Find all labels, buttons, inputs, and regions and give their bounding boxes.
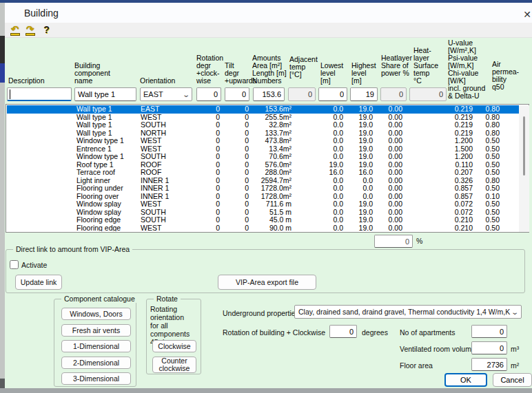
apartments-input[interactable] xyxy=(471,325,507,338)
percent-field xyxy=(374,235,413,248)
orientation-select[interactable]: EAST ⌄ xyxy=(140,87,192,101)
rotate-group: Rotate Rotating orientation for all comp… xyxy=(146,299,201,374)
vip-area-export-button[interactable]: VIP-Area export file xyxy=(218,275,316,290)
table-cell: 0 xyxy=(186,177,220,185)
highest-level-input[interactable] xyxy=(350,87,378,101)
tilt-input[interactable] xyxy=(225,87,249,101)
clockwise-button[interactable]: Clockwise xyxy=(152,340,196,352)
table-row[interactable]: Flooring underINNER 1001728.0m²0.00.00.0… xyxy=(7,184,519,193)
chevron-down-icon: ⌄ xyxy=(511,308,519,316)
rotation-input[interactable] xyxy=(196,87,221,101)
table-cell: 0.857 xyxy=(431,184,473,193)
table-cell: 0.80 xyxy=(469,121,500,129)
floor-area-input[interactable] xyxy=(471,358,507,371)
table-cell: 0.0 xyxy=(310,216,343,224)
table-cell: 0.0 xyxy=(310,121,343,129)
floor-area-label: Floor area xyxy=(400,361,433,370)
building-rotation-input[interactable] xyxy=(329,325,357,338)
table-cell: 288.0m² xyxy=(241,169,291,177)
col-header-tilt: Tilt degr +upwards xyxy=(225,62,256,85)
table-cell: 0 xyxy=(186,121,220,129)
three-dimensional-button[interactable]: 3-Dimensional xyxy=(61,372,131,385)
table-cell: 0.50 xyxy=(469,200,500,209)
table-cell: 0.00 xyxy=(369,105,402,114)
component-catalogue-group: Component catalogue Windows, Doors Fresh… xyxy=(54,299,136,387)
close-icon[interactable]: ✕ xyxy=(520,8,532,21)
table-cell: 1728.0m² xyxy=(241,184,291,193)
table-cell: 0.00 xyxy=(369,200,402,209)
description-input[interactable] xyxy=(7,87,72,101)
table-cell: 0.00 xyxy=(369,137,402,145)
component-catalogue-title: Component catalogue xyxy=(61,295,138,303)
building-dialog: Building ✕ ↶ ↷ ? Description Building co… xyxy=(0,0,532,393)
ventilated-volume-input[interactable] xyxy=(471,341,507,354)
table-cell: 19.0 xyxy=(340,121,373,129)
component-table[interactable]: Wall type 1EAST00153.6m²0.019.00.000.219… xyxy=(6,104,529,233)
activate-checkbox[interactable] xyxy=(10,260,19,269)
table-cell: 0 xyxy=(186,224,220,232)
table-row[interactable]: Wall type 1EAST00153.6m²0.019.00.000.219… xyxy=(7,105,519,114)
table-cell: 90.0 m xyxy=(241,224,291,232)
fresh-air-vents-button[interactable]: Fresh air vents xyxy=(61,324,131,337)
table-cell: Wall type 1 xyxy=(76,121,139,129)
table-cell: Window splay xyxy=(76,200,139,209)
table-row[interactable]: Window type 1WEST00473.8m²0.019.00.001.2… xyxy=(7,137,519,145)
table-cell: 0 xyxy=(186,114,220,122)
table-cell: 0 xyxy=(186,153,220,161)
table-cell: 0.0 xyxy=(310,105,343,114)
table-cell: 0.50 xyxy=(469,184,500,193)
table-cell: 0.0 xyxy=(310,200,343,209)
table-row[interactable]: Terrace roofROOF00288.0m²16.016.00.000.2… xyxy=(7,169,519,177)
table-cell: 0.207 xyxy=(431,169,473,177)
table-row[interactable]: Window splayWEST00711.6 m0.019.00.000.07… xyxy=(7,200,519,209)
table-cell: 0.0 xyxy=(310,153,343,161)
degrees-unit-label: degrees xyxy=(362,328,388,337)
previous-arrow-icon[interactable]: ↶ xyxy=(9,24,21,36)
orientation-value: EAST xyxy=(143,90,163,98)
heatlayer-surface-input xyxy=(409,87,447,101)
windows-doors-button[interactable]: Windows, Doors xyxy=(61,308,131,320)
background-fragment-dark xyxy=(0,36,5,63)
table-row[interactable]: Wall type 1SOUTH0032.8m²0.019.00.000.219… xyxy=(7,121,519,129)
col-header-heatlayer-share: Heatlayer Share of power % xyxy=(381,54,412,77)
table-row[interactable]: Flooring edgeWEST0090.0 m0.019.00.000.21… xyxy=(7,224,519,232)
table-cell: 711.6 m xyxy=(241,200,291,209)
one-dimensional-button[interactable]: 1-Dimensional xyxy=(61,340,131,352)
update-link-button[interactable]: Update link xyxy=(15,275,62,290)
table-cell: Flooring edge xyxy=(76,216,139,224)
vertical-scrollbar[interactable] xyxy=(519,105,529,232)
table-cell: 0 xyxy=(186,129,220,138)
counter-clockwise-button[interactable]: Counter clockwise xyxy=(152,357,196,373)
table-cell: 0 xyxy=(186,161,220,169)
col-header-orientation: Orientation xyxy=(140,77,175,85)
table-cell: 19.0 xyxy=(340,105,373,114)
table-cell: 0.00 xyxy=(369,121,402,129)
next-arrow-icon[interactable]: ↷ xyxy=(24,24,36,36)
table-row[interactable]: Window type 1SOUTH0070.6m²0.019.00.001.2… xyxy=(7,153,519,161)
lowest-level-input[interactable] xyxy=(318,87,347,101)
table-cell: 0.80 xyxy=(469,105,500,114)
rotate-group-title: Rotate xyxy=(154,295,181,303)
two-dimensional-button[interactable]: 2-Dimensional xyxy=(61,357,131,369)
ok-button[interactable]: OK xyxy=(444,373,487,387)
amounts-input[interactable] xyxy=(253,87,285,101)
table-row[interactable]: Flooring edgeSOUTH0045.0 m0.019.00.000.2… xyxy=(7,216,519,224)
table-cell: Wall type 1 xyxy=(76,105,139,114)
apartments-label: No of apartments xyxy=(400,328,456,337)
table-cell: 45.0 m xyxy=(241,216,291,224)
table-cell: 19.0 xyxy=(340,200,373,209)
table-cell: Flooring under xyxy=(76,184,139,193)
table-cell: 19.0 xyxy=(340,216,373,224)
table-cell: 0 xyxy=(186,137,220,145)
percent-unit-label: % xyxy=(416,237,422,245)
underground-properties-select[interactable]: Clay, drained sand, draind gravel, Therm… xyxy=(294,305,522,319)
background-bottom-band xyxy=(0,388,532,393)
table-cell: 0.219 xyxy=(431,121,473,129)
scrollbar-thumb[interactable] xyxy=(523,116,525,176)
table-cell: 0.00 xyxy=(369,224,402,232)
table-cell: 0.50 xyxy=(469,224,500,232)
help-icon[interactable]: ? xyxy=(41,24,52,36)
component-name-input[interactable] xyxy=(74,87,136,101)
col-header-rotation: Rotation degr +clock- wise xyxy=(196,54,223,85)
cancel-button[interactable]: Cancel xyxy=(493,373,532,387)
